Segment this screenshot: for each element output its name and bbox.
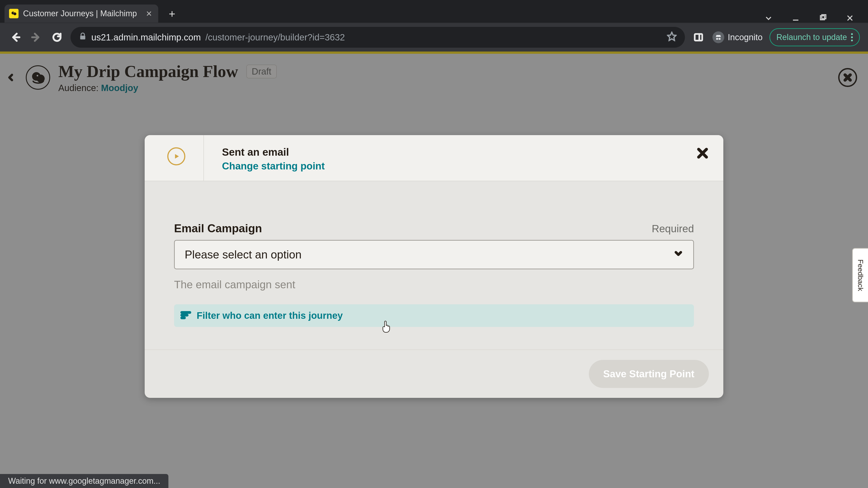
mailchimp-favicon: [9, 9, 19, 18]
new-tab-button[interactable]: +: [164, 6, 180, 22]
starting-point-modal: Sent an email Change starting point Emai…: [145, 135, 723, 398]
modal-title: Sent an email: [222, 146, 325, 158]
relaunch-label: Relaunch to update: [776, 33, 847, 42]
toolbar-right-group: Incognito Relaunch to update: [691, 28, 860, 46]
nav-back-button[interactable]: [8, 30, 23, 44]
svg-point-1: [13, 12, 17, 15]
bookmark-star-icon[interactable]: [667, 31, 677, 43]
url-path: /customer-journey/builder?id=3632: [206, 32, 345, 42]
save-button-label: Save Starting Point: [603, 368, 694, 380]
browser-tab[interactable]: Customer Journeys | Mailchimp ×: [4, 4, 158, 23]
field-helper-text: The email campaign sent: [174, 278, 694, 291]
lock-icon: [79, 32, 87, 42]
modal-body: Email Campaign Required Please select an…: [145, 181, 723, 350]
window-controls: [764, 13, 868, 23]
filter-entrants-button[interactable]: Filter who can enter this journey: [174, 304, 694, 327]
browser-status-bar: Waiting for www.googletagmanager.com...: [0, 474, 168, 488]
side-panel-icon[interactable]: [691, 30, 706, 44]
change-starting-point-link[interactable]: Change starting point: [222, 160, 325, 172]
nav-forward-button[interactable]: [29, 30, 43, 44]
incognito-indicator[interactable]: Incognito: [712, 31, 763, 43]
tab-strip: Customer Journeys | Mailchimp × +: [0, 0, 868, 23]
svg-point-15: [719, 38, 721, 40]
svg-marker-21: [175, 154, 179, 159]
svg-point-14: [716, 38, 718, 40]
relaunch-button[interactable]: Relaunch to update: [770, 28, 860, 46]
window-minimize-button[interactable]: [791, 13, 800, 23]
email-campaign-label: Email Campaign: [174, 222, 262, 235]
select-placeholder: Please select an option: [185, 248, 302, 261]
field-label-row: Email Campaign Required: [174, 222, 694, 235]
url-host: us21.admin.mailchimp.com: [91, 32, 201, 42]
app-viewport: My Drip Campaign Flow Draft Audience: Mo…: [0, 52, 868, 488]
tabs-dropdown-icon[interactable]: [764, 13, 773, 23]
chrome-menu-icon[interactable]: [851, 33, 853, 41]
filter-label: Filter who can enter this journey: [197, 310, 343, 321]
incognito-icon: [712, 31, 724, 43]
svg-marker-11: [668, 32, 676, 40]
modal-footer: Save Starting Point: [145, 350, 723, 398]
filter-icon: [180, 310, 191, 322]
chevron-down-icon: [673, 248, 683, 261]
required-indicator: Required: [652, 223, 694, 235]
tab-close-icon[interactable]: ×: [146, 8, 152, 19]
header-divider: [204, 135, 204, 181]
modal-title-block: Sent an email Change starting point: [222, 146, 325, 172]
window-maximize-button[interactable]: [818, 13, 827, 23]
save-starting-point-button[interactable]: Save Starting Point: [589, 360, 709, 388]
email-campaign-select[interactable]: Please select an option: [174, 240, 694, 269]
feedback-tab[interactable]: Feedback: [852, 248, 868, 302]
address-bar[interactable]: us21.admin.mailchimp.com/customer-journe…: [70, 27, 685, 48]
modal-close-button[interactable]: [694, 145, 711, 161]
incognito-label: Incognito: [728, 33, 763, 42]
play-circle-icon: [167, 147, 185, 165]
modal-header: Sent an email Change starting point: [145, 135, 723, 181]
tab-title: Customer Journeys | Mailchimp: [23, 9, 142, 18]
nav-reload-button[interactable]: [50, 30, 64, 44]
browser-chrome: Customer Journeys | Mailchimp × + us21.a…: [0, 0, 868, 52]
svg-rect-10: [80, 36, 86, 39]
browser-toolbar: us21.admin.mailchimp.com/customer-journe…: [0, 23, 868, 52]
window-close-button[interactable]: [845, 13, 855, 23]
svg-point-2: [13, 12, 14, 13]
plus-icon: +: [168, 7, 175, 20]
